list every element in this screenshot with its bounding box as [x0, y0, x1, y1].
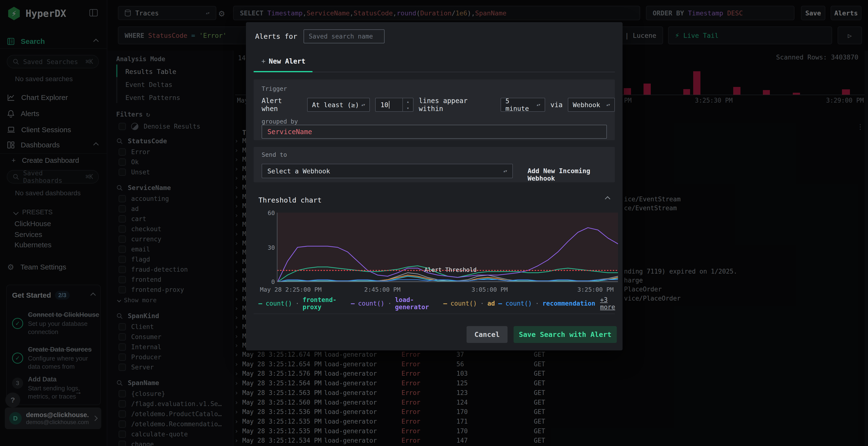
saved-search-name-input[interactable]: Saved search name	[304, 29, 384, 43]
select-arrows-icon: ▴▾	[607, 103, 610, 106]
legend-metric: count()	[451, 300, 477, 307]
legend-more-link[interactable]: +3 more	[600, 296, 623, 311]
legend-swatch: —	[498, 300, 502, 307]
threshold-chart-title: Threshold chart	[258, 196, 322, 204]
saved-search-name-placeholder: Saved search name	[309, 33, 373, 40]
add-webhook-link[interactable]: Add New Incoming Webhook	[528, 167, 615, 182]
threshold-chart-xtick: 3:25:00 PM	[578, 286, 614, 293]
threshold-value-input[interactable]: 10 ▴▾	[375, 98, 413, 112]
ytick-60: 60	[268, 209, 275, 216]
select-arrows-icon: ▴▾	[537, 103, 540, 106]
plus-icon: +	[261, 57, 266, 65]
threshold-chart-xtick: 3:05:00 PM	[471, 286, 508, 293]
legend-swatch: —	[443, 300, 447, 307]
tab-underline	[254, 72, 615, 72]
trigger-label: Trigger	[261, 85, 287, 92]
lines-within-label: lines appear within	[419, 97, 495, 113]
alert-when-label: Alert when	[261, 97, 302, 113]
legend-metric: count()	[505, 300, 532, 307]
threshold-chart-xtick: May 28 2:25:00 PM	[260, 286, 322, 293]
channel-select[interactable]: Webhook ▴▾	[568, 98, 615, 112]
via-label: via	[551, 101, 563, 109]
cancel-button[interactable]: Cancel	[467, 326, 507, 343]
select-arrows-icon: ▴▾	[503, 169, 507, 173]
legend-metric: count()	[358, 300, 384, 307]
legend-series-name: recommendation	[542, 300, 595, 307]
text-cursor	[389, 101, 390, 109]
grouped-by-label: grouped by	[261, 118, 298, 125]
grouped-by-input[interactable]: ServiceName	[261, 125, 607, 139]
alert-threshold-label: Alert Threshold	[424, 267, 477, 273]
ytick-30: 30	[268, 244, 275, 251]
legend-separator: ·	[388, 300, 392, 307]
select-arrows-icon: ▴▾	[362, 103, 365, 106]
save-search-with-alert-button[interactable]: Save Search with Alert	[514, 326, 617, 343]
footer-divider	[254, 314, 615, 314]
legend-separator: ·	[296, 300, 299, 307]
tab-new-alert[interactable]: +New Alert	[261, 57, 306, 65]
webhook-select[interactable]: Select a Webhook ▴▾	[261, 164, 513, 178]
trigger-panel: Trigger Alert when At least (≥) ▴▾ 10 ▴▾…	[254, 79, 615, 140]
legend-swatch: —	[258, 300, 262, 307]
legend-series-name: frontend-proxy	[303, 296, 347, 311]
create-alert-modal: Alerts for Saved search name +New Alert …	[246, 22, 623, 350]
legend-separator: ·	[535, 300, 539, 307]
legend-series-name: load-generator	[395, 296, 440, 311]
legend-metric: count()	[266, 300, 292, 307]
condition-select[interactable]: At least (≥) ▴▾	[307, 98, 370, 112]
ytick-0: 0	[271, 278, 275, 285]
send-to-panel: Send to Select a Webhook ▴▾ Add New Inco…	[254, 147, 615, 182]
legend-separator: ·	[480, 300, 484, 307]
modal-title: Alerts for	[255, 32, 297, 40]
chart-legend: —count()·frontend-proxy—count()·load-gen…	[258, 296, 623, 311]
time-window-select[interactable]: 5 minute ▴▾	[500, 98, 545, 112]
legend-series-name: ad	[487, 300, 495, 307]
legend-swatch: —	[351, 300, 355, 307]
number-stepper[interactable]: ▴▾	[402, 98, 413, 111]
send-to-label: Send to	[261, 151, 287, 158]
collapse-chart-icon[interactable]	[605, 196, 611, 202]
threshold-chart-xtick: 2:45:00 PM	[364, 286, 401, 293]
